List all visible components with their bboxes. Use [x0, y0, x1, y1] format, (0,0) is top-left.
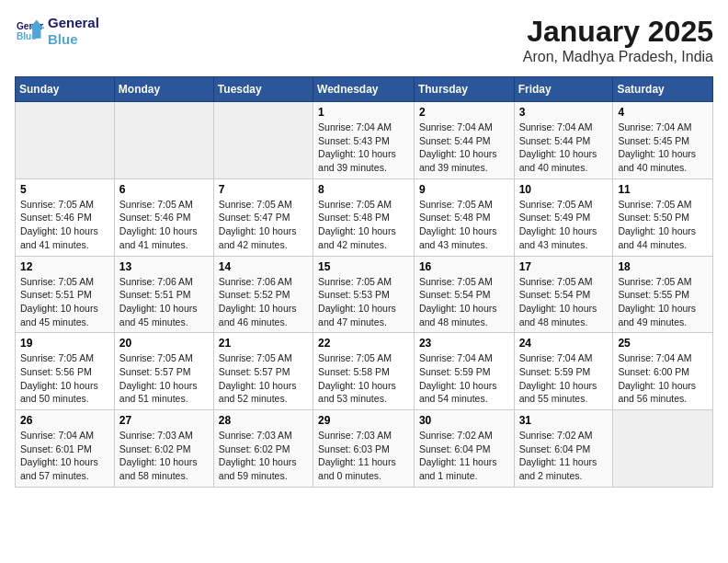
day-cell: 16Sunrise: 7:05 AM Sunset: 5:54 PM Dayli… — [414, 256, 514, 333]
header-row: SundayMondayTuesdayWednesdayThursdayFrid… — [16, 77, 713, 102]
page-header: General Blue General Blue January 2025 A… — [15, 15, 713, 65]
day-info: Sunrise: 7:04 AM Sunset: 6:00 PM Dayligh… — [618, 351, 708, 406]
day-info: Sunrise: 7:04 AM Sunset: 5:44 PM Dayligh… — [419, 121, 509, 175]
day-info: Sunrise: 7:04 AM Sunset: 5:43 PM Dayligh… — [318, 121, 409, 175]
week-row-5: 26Sunrise: 7:04 AM Sunset: 6:01 PM Dayli… — [16, 410, 713, 488]
header-cell-tuesday: Tuesday — [213, 77, 313, 102]
day-cell: 18Sunrise: 7:05 AM Sunset: 5:55 PM Dayli… — [613, 256, 713, 333]
day-cell: 20Sunrise: 7:05 AM Sunset: 5:57 PM Dayli… — [114, 333, 213, 410]
day-cell: 11Sunrise: 7:05 AM Sunset: 5:50 PM Dayli… — [613, 178, 713, 256]
day-cell: 22Sunrise: 7:05 AM Sunset: 5:58 PM Dayli… — [313, 333, 415, 410]
day-number: 16 — [419, 260, 509, 273]
logo-icon: General Blue — [15, 18, 44, 44]
day-info: Sunrise: 7:03 AM Sunset: 6:03 PM Dayligh… — [318, 429, 409, 483]
day-cell: 29Sunrise: 7:03 AM Sunset: 6:03 PM Dayli… — [313, 410, 415, 488]
header-cell-friday: Friday — [514, 77, 613, 102]
day-cell: 10Sunrise: 7:05 AM Sunset: 5:49 PM Dayli… — [514, 178, 613, 256]
day-number: 6 — [119, 183, 209, 196]
day-number: 7 — [219, 183, 308, 196]
day-number: 11 — [618, 183, 708, 196]
day-info: Sunrise: 7:05 AM Sunset: 5:56 PM Dayligh… — [20, 351, 109, 406]
day-number: 30 — [419, 414, 509, 427]
day-cell: 1Sunrise: 7:04 AM Sunset: 5:43 PM Daylig… — [313, 102, 415, 179]
day-info: Sunrise: 7:05 AM Sunset: 5:47 PM Dayligh… — [219, 198, 308, 252]
day-number: 8 — [318, 183, 409, 196]
day-cell: 3Sunrise: 7:04 AM Sunset: 5:44 PM Daylig… — [514, 102, 613, 179]
day-cell: 4Sunrise: 7:04 AM Sunset: 5:45 PM Daylig… — [613, 102, 713, 179]
day-cell — [16, 102, 115, 179]
day-cell: 26Sunrise: 7:04 AM Sunset: 6:01 PM Dayli… — [16, 410, 115, 488]
day-info: Sunrise: 7:04 AM Sunset: 5:44 PM Dayligh… — [519, 121, 609, 175]
day-info: Sunrise: 7:05 AM Sunset: 5:55 PM Dayligh… — [618, 275, 708, 329]
day-cell — [114, 102, 213, 179]
day-number: 22 — [318, 337, 409, 350]
day-number: 14 — [219, 260, 308, 273]
week-row-2: 5Sunrise: 7:05 AM Sunset: 5:46 PM Daylig… — [16, 178, 713, 256]
day-cell: 9Sunrise: 7:05 AM Sunset: 5:48 PM Daylig… — [414, 178, 514, 256]
day-info: Sunrise: 7:05 AM Sunset: 5:48 PM Dayligh… — [318, 198, 409, 252]
day-cell: 27Sunrise: 7:03 AM Sunset: 6:02 PM Dayli… — [114, 410, 213, 488]
day-cell: 23Sunrise: 7:04 AM Sunset: 5:59 PM Dayli… — [414, 333, 514, 410]
day-cell — [213, 102, 313, 179]
header-cell-sunday: Sunday — [16, 77, 115, 102]
day-number: 23 — [419, 337, 509, 350]
day-info: Sunrise: 7:04 AM Sunset: 6:01 PM Dayligh… — [20, 429, 109, 483]
day-number: 19 — [20, 337, 109, 350]
week-row-3: 12Sunrise: 7:05 AM Sunset: 5:51 PM Dayli… — [16, 256, 713, 333]
calendar-table: SundayMondayTuesdayWednesdayThursdayFrid… — [15, 76, 713, 488]
calendar-title: January 2025 — [523, 15, 713, 49]
logo: General Blue General Blue — [15, 15, 99, 48]
day-number: 25 — [618, 337, 708, 350]
day-info: Sunrise: 7:05 AM Sunset: 5:48 PM Dayligh… — [419, 198, 509, 252]
day-info: Sunrise: 7:03 AM Sunset: 6:02 PM Dayligh… — [119, 429, 209, 483]
day-info: Sunrise: 7:05 AM Sunset: 5:46 PM Dayligh… — [119, 198, 209, 252]
day-cell: 7Sunrise: 7:05 AM Sunset: 5:47 PM Daylig… — [213, 178, 313, 256]
day-cell: 12Sunrise: 7:05 AM Sunset: 5:51 PM Dayli… — [16, 256, 115, 333]
day-number: 26 — [20, 414, 109, 427]
day-number: 12 — [20, 260, 109, 273]
day-cell: 8Sunrise: 7:05 AM Sunset: 5:48 PM Daylig… — [313, 178, 415, 256]
logo-line2: Blue — [48, 31, 99, 48]
day-cell: 17Sunrise: 7:05 AM Sunset: 5:54 PM Dayli… — [514, 256, 613, 333]
day-info: Sunrise: 7:05 AM Sunset: 5:54 PM Dayligh… — [519, 275, 609, 329]
day-number: 24 — [519, 337, 609, 350]
day-cell — [613, 410, 713, 488]
title-block: January 2025 Aron, Madhya Pradesh, India — [523, 15, 713, 65]
day-info: Sunrise: 7:05 AM Sunset: 5:51 PM Dayligh… — [20, 275, 109, 329]
day-info: Sunrise: 7:06 AM Sunset: 5:52 PM Dayligh… — [219, 275, 308, 329]
calendar-subtitle: Aron, Madhya Pradesh, India — [523, 49, 713, 65]
day-number: 13 — [119, 260, 209, 273]
day-info: Sunrise: 7:05 AM Sunset: 5:58 PM Dayligh… — [318, 351, 409, 406]
day-number: 31 — [519, 414, 609, 427]
day-info: Sunrise: 7:02 AM Sunset: 6:04 PM Dayligh… — [419, 429, 509, 483]
day-cell: 13Sunrise: 7:06 AM Sunset: 5:51 PM Dayli… — [114, 256, 213, 333]
day-number: 28 — [219, 414, 308, 427]
day-cell: 25Sunrise: 7:04 AM Sunset: 6:00 PM Dayli… — [613, 333, 713, 410]
day-number: 20 — [119, 337, 209, 350]
day-number: 9 — [419, 183, 509, 196]
day-info: Sunrise: 7:03 AM Sunset: 6:02 PM Dayligh… — [219, 429, 308, 483]
day-info: Sunrise: 7:02 AM Sunset: 6:04 PM Dayligh… — [519, 429, 609, 483]
day-info: Sunrise: 7:05 AM Sunset: 5:57 PM Dayligh… — [119, 351, 209, 406]
day-cell: 24Sunrise: 7:04 AM Sunset: 5:59 PM Dayli… — [514, 333, 613, 410]
day-cell: 19Sunrise: 7:05 AM Sunset: 5:56 PM Dayli… — [16, 333, 115, 410]
day-number: 15 — [318, 260, 409, 273]
day-number: 18 — [618, 260, 708, 273]
header-cell-wednesday: Wednesday — [313, 77, 415, 102]
day-number: 27 — [119, 414, 209, 427]
header-cell-monday: Monday — [114, 77, 213, 102]
day-number: 2 — [419, 106, 509, 119]
header-cell-thursday: Thursday — [414, 77, 514, 102]
week-row-4: 19Sunrise: 7:05 AM Sunset: 5:56 PM Dayli… — [16, 333, 713, 410]
day-cell: 21Sunrise: 7:05 AM Sunset: 5:57 PM Dayli… — [213, 333, 313, 410]
day-info: Sunrise: 7:05 AM Sunset: 5:53 PM Dayligh… — [318, 275, 409, 329]
day-info: Sunrise: 7:05 AM Sunset: 5:57 PM Dayligh… — [219, 351, 308, 406]
week-row-1: 1Sunrise: 7:04 AM Sunset: 5:43 PM Daylig… — [16, 102, 713, 179]
day-number: 21 — [219, 337, 308, 350]
day-info: Sunrise: 7:05 AM Sunset: 5:49 PM Dayligh… — [519, 198, 609, 252]
day-info: Sunrise: 7:04 AM Sunset: 5:59 PM Dayligh… — [419, 351, 509, 406]
day-info: Sunrise: 7:06 AM Sunset: 5:51 PM Dayligh… — [119, 275, 209, 329]
day-number: 29 — [318, 414, 409, 427]
day-info: Sunrise: 7:05 AM Sunset: 5:46 PM Dayligh… — [20, 198, 109, 252]
logo-line1: General — [48, 15, 99, 31]
